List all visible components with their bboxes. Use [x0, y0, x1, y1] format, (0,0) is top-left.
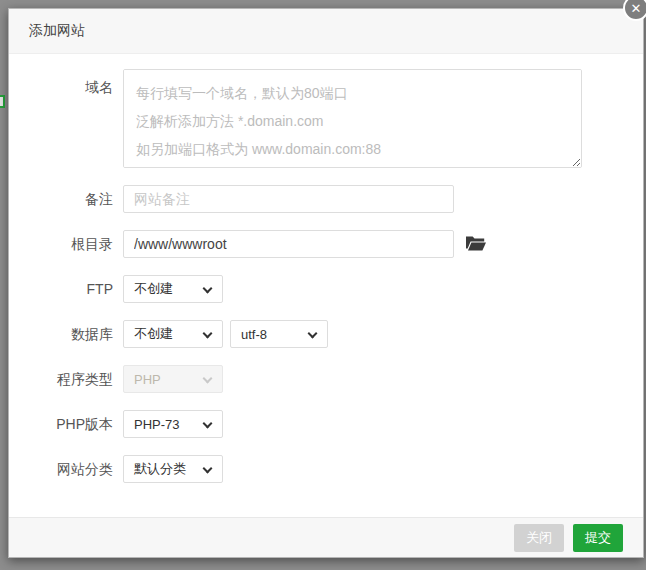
database-select[interactable]: 不创建 — [123, 320, 223, 348]
folder-picker-button[interactable] — [466, 230, 486, 258]
chevron-down-icon — [308, 329, 318, 339]
chevron-down-icon — [203, 464, 213, 474]
dialog-title: 添加网站 — [29, 22, 85, 40]
site-category-select[interactable]: 默认分类 — [123, 455, 223, 483]
submit-button[interactable]: 提交 — [573, 524, 623, 552]
php-version-select[interactable]: PHP-73 — [123, 410, 223, 438]
ftp-select-value: 不创建 — [134, 280, 173, 298]
database-row: 数据库 不创建 utf-8 — [19, 320, 623, 348]
php-version-label: PHP版本 — [19, 410, 113, 438]
root-row: 根目录 — [19, 230, 623, 258]
chevron-down-icon — [203, 329, 213, 339]
charset-select[interactable]: utf-8 — [230, 320, 328, 348]
charset-select-value: utf-8 — [241, 327, 267, 342]
ftp-label: FTP — [19, 275, 113, 303]
php-version-row: PHP版本 PHP-73 — [19, 410, 623, 438]
site-category-row: 网站分类 默认分类 — [19, 455, 623, 483]
site-category-select-value: 默认分类 — [134, 460, 186, 478]
note-label: 备注 — [19, 185, 113, 213]
dialog-footer: 关闭 提交 — [9, 517, 643, 557]
add-site-dialog: ✕ 添加网站 域名 备注 根目录 F — [8, 8, 644, 558]
project-type-label: 程序类型 — [19, 365, 113, 393]
project-type-row: 程序类型 PHP — [19, 365, 623, 393]
dialog-body: 域名 备注 根目录 FTP 不创建 — [9, 54, 643, 517]
root-path-input[interactable] — [123, 230, 454, 258]
project-type-select: PHP — [123, 365, 223, 393]
note-input[interactable] — [123, 185, 454, 213]
close-button[interactable]: 关闭 — [514, 524, 564, 552]
chevron-down-icon — [203, 419, 213, 429]
note-row: 备注 — [19, 185, 623, 213]
database-label: 数据库 — [19, 320, 113, 348]
domain-textarea[interactable] — [123, 69, 582, 168]
folder-open-icon — [466, 235, 486, 254]
domain-row: 域名 — [19, 69, 623, 168]
ftp-select[interactable]: 不创建 — [123, 275, 223, 303]
chevron-down-icon — [203, 284, 213, 294]
background-page-fragment — [0, 95, 5, 108]
root-label: 根目录 — [19, 230, 113, 258]
domain-label: 域名 — [19, 69, 113, 97]
database-select-value: 不创建 — [134, 325, 173, 343]
chevron-down-icon — [203, 374, 213, 384]
project-type-select-value: PHP — [134, 372, 161, 387]
site-category-label: 网站分类 — [19, 455, 113, 483]
php-version-select-value: PHP-73 — [134, 417, 180, 432]
dialog-header: 添加网站 — [9, 9, 643, 54]
close-icon-glyph: ✕ — [631, 2, 642, 15]
ftp-row: FTP 不创建 — [19, 275, 623, 303]
